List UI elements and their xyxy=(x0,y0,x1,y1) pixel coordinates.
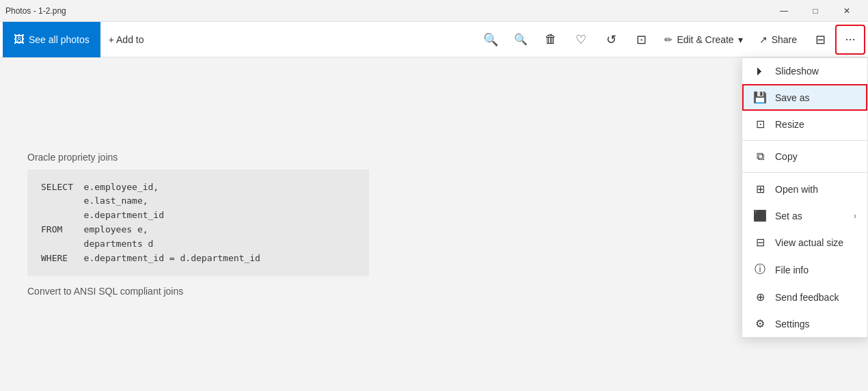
share-icon: ↗ xyxy=(759,34,768,45)
menu-item-settings[interactable]: ⚙Settings xyxy=(742,310,867,337)
edit-create-button[interactable]: ✏ Edit & Create ▾ xyxy=(656,25,750,55)
copy-icon: ⧉ xyxy=(753,150,767,163)
submenu-arrow-icon: › xyxy=(854,211,856,221)
menu-item-slideshow[interactable]: ⏵Slideshow xyxy=(742,58,867,84)
zoom-out-icon: 🔍 xyxy=(514,33,528,46)
slideshow-label: Slideshow xyxy=(775,66,856,77)
open-with-icon: ⊞ xyxy=(753,183,767,196)
menu-item-open-with[interactable]: ⊞Open with xyxy=(742,176,867,202)
menu-item-view-actual-size[interactable]: ⊟View actual size xyxy=(742,229,867,256)
settings-label: Settings xyxy=(775,319,856,329)
more-icon: ··· xyxy=(845,32,855,46)
rotate-icon: ↺ xyxy=(606,32,616,47)
code-block: SELECT e.employee_id, e.last_name, e.dep… xyxy=(27,170,369,277)
title-bar: Photos - 1-2.png — □ ✕ xyxy=(0,0,868,22)
menu-item-set-as[interactable]: ⬛Set as› xyxy=(742,202,867,229)
see-all-photos-label: See all photos xyxy=(29,34,90,45)
code-title-2: Convert to ANSI SQL compliant joins xyxy=(27,286,183,297)
image-area: Oracle propriety joins SELECT e.employee… xyxy=(0,57,868,391)
photos-icon: 🖼 xyxy=(14,33,25,46)
slideshow-icon: ⏵ xyxy=(753,65,767,77)
view-actual-size-icon: ⊟ xyxy=(753,236,767,249)
zoom-out-button[interactable]: 🔍 xyxy=(506,25,536,55)
open-with-label: Open with xyxy=(775,184,856,195)
menu-divider xyxy=(742,172,867,173)
minimize-button[interactable]: — xyxy=(768,0,800,22)
maximize-button[interactable]: □ xyxy=(800,0,831,22)
resize-label: Resize xyxy=(775,119,856,130)
menu-item-send-feedback[interactable]: ⊕Send feedback xyxy=(742,284,867,310)
window-controls: — □ ✕ xyxy=(768,0,863,22)
edit-icon: ✏ xyxy=(664,34,673,45)
delete-icon: 🗑 xyxy=(545,32,557,46)
code-content: SELECT e.employee_id, e.last_name, e.dep… xyxy=(41,180,355,266)
add-to-label: + Add to xyxy=(109,34,144,45)
add-to-button[interactable]: + Add to xyxy=(100,22,152,57)
set-as-label: Set as xyxy=(775,211,845,221)
delete-button[interactable]: 🗑 xyxy=(536,25,566,55)
share-button[interactable]: ↗ Share xyxy=(751,25,805,55)
fit-icon: ⊟ xyxy=(815,32,826,47)
send-feedback-icon: ⊕ xyxy=(753,291,767,304)
resize-icon: ⊡ xyxy=(753,118,767,131)
file-info-icon: ⓘ xyxy=(753,262,767,277)
favorite-button[interactable]: ♡ xyxy=(566,25,596,55)
settings-icon: ⚙ xyxy=(753,317,767,330)
fit-button[interactable]: ⊟ xyxy=(805,25,835,55)
send-feedback-label: Send feedback xyxy=(775,292,856,303)
edit-create-label: Edit & Create xyxy=(677,34,733,45)
file-info-label: File info xyxy=(775,265,856,275)
code-title-1: Oracle propriety joins xyxy=(27,152,118,163)
heart-icon: ♡ xyxy=(575,32,586,47)
copy-label: Copy xyxy=(775,151,856,162)
rotate-button[interactable]: ↺ xyxy=(596,25,626,55)
main-content: Oracle propriety joins SELECT e.employee… xyxy=(0,57,868,391)
toolbar: 🖼 See all photos + Add to 🔍 🔍 🗑 ♡ ↺ ⊡ ✏ … xyxy=(0,22,868,57)
menu-item-resize[interactable]: ⊡Resize xyxy=(742,111,867,137)
zoom-in-button[interactable]: 🔍 xyxy=(476,25,506,55)
menu-divider xyxy=(742,140,867,141)
menu-item-save-as[interactable]: 💾Save as xyxy=(742,84,867,111)
more-button[interactable]: ··· xyxy=(835,25,865,55)
window-title: Photos - 1-2.png xyxy=(5,6,66,16)
save-as-icon: 💾 xyxy=(753,91,767,104)
menu-item-file-info[interactable]: ⓘFile info xyxy=(742,256,867,284)
see-all-photos-button[interactable]: 🖼 See all photos xyxy=(3,22,100,57)
close-button[interactable]: ✕ xyxy=(831,0,863,22)
chevron-down-icon: ▾ xyxy=(738,34,743,45)
crop-icon: ⊡ xyxy=(636,32,647,47)
view-actual-size-label: View actual size xyxy=(775,237,856,248)
crop-button[interactable]: ⊡ xyxy=(626,25,656,55)
zoom-in-icon: 🔍 xyxy=(483,32,498,47)
menu-item-copy[interactable]: ⧉Copy xyxy=(742,144,867,170)
share-label: Share xyxy=(772,34,797,45)
dropdown-menu: ⏵Slideshow💾Save as⊡Resize⧉Copy⊞Open with… xyxy=(742,57,868,338)
set-as-icon: ⬛ xyxy=(753,209,767,222)
save-as-label: Save as xyxy=(775,92,856,103)
